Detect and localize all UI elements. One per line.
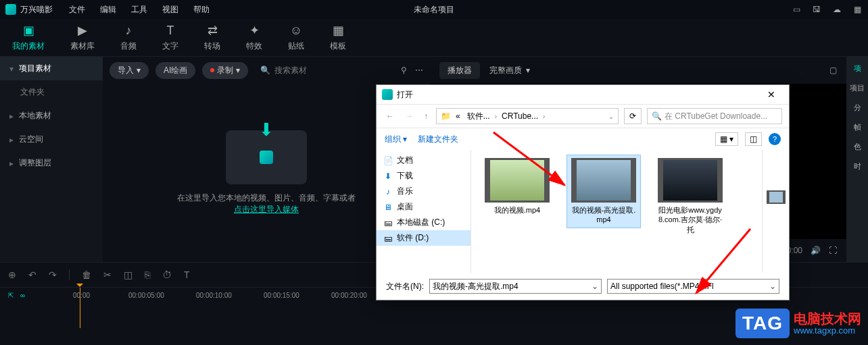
- filetype-filter[interactable]: All supported files(*.MP4;*.Fl ⌄: [607, 279, 779, 294]
- tick: 00:00: [73, 292, 90, 299]
- cloud-icon[interactable]: ☁: [831, 4, 842, 15]
- crop-icon[interactable]: ◫: [124, 269, 132, 280]
- text-tool-icon[interactable]: T: [184, 269, 190, 280]
- new-folder-button[interactable]: 新建文件夹: [418, 134, 458, 145]
- dialog-search[interactable]: 🔍 在 CRTubeGet Downloade...: [647, 108, 782, 124]
- video-thumbnail: [485, 158, 550, 203]
- tree-disk-d[interactable]: 🖴软件 (D:): [377, 230, 471, 246]
- sidebar-item-project-media[interactable]: ▾项目素材: [0, 57, 103, 80]
- import-link[interactable]: 点击这里导入媒体: [234, 205, 299, 214]
- tick: 00:00:15:00: [264, 292, 299, 299]
- fullscreen-icon[interactable]: ⛶: [829, 246, 837, 255]
- sidebar-item-folder[interactable]: 文件夹: [0, 80, 103, 104]
- add-icon[interactable]: ⊕: [8, 269, 16, 280]
- sticker-icon: ☺: [290, 24, 302, 38]
- tree-downloads[interactable]: ⬇下载: [377, 168, 471, 184]
- menu-tools[interactable]: 工具: [131, 4, 147, 16]
- tree-documents[interactable]: 📄文档: [377, 153, 471, 168]
- menu-view[interactable]: 视图: [162, 4, 178, 16]
- breadcrumb[interactable]: 📁 « 软件...› CRTube...› ⌄: [436, 108, 619, 124]
- sidebar-item-adjustment[interactable]: ▸调整图层: [0, 151, 103, 175]
- search-icon: 🔍: [652, 111, 662, 121]
- tab-effects[interactable]: ✦特效: [246, 23, 262, 52]
- speed-icon[interactable]: ⏱: [162, 269, 172, 280]
- quality-select[interactable]: 完整画质▾: [489, 65, 530, 76]
- layout-icon[interactable]: ▭: [791, 4, 802, 15]
- dialog-close-button[interactable]: ✕: [759, 89, 783, 100]
- tl-link-icon[interactable]: ∞: [20, 292, 25, 299]
- titlebar: 万兴喵影 文件 编辑 工具 视图 帮助 未命名项目 ▭ 🖫 ☁ ▦: [0, 0, 868, 19]
- chevron-down-icon[interactable]: ⌄: [608, 113, 614, 120]
- search-box[interactable]: 🔍: [255, 65, 394, 75]
- rtab-2[interactable]: 分: [854, 103, 861, 113]
- search-input[interactable]: [274, 65, 389, 75]
- ai-draw-button[interactable]: AI绘画: [155, 62, 195, 79]
- rtab-5[interactable]: 时: [854, 161, 861, 171]
- chevron-down-icon[interactable]: ⌄: [769, 282, 776, 291]
- chevron-down-icon: ▾: [526, 65, 530, 75]
- module-tabs: ▣我的素材 ▶素材库 ♪音频 T文字 ⇄转场 ✦特效 ☺贴纸 ▦模板: [0, 19, 868, 57]
- file-item[interactable]: 我的视频.mp4: [481, 155, 554, 217]
- menu-edit[interactable]: 编辑: [100, 4, 116, 16]
- video-thumbnail: [658, 158, 723, 203]
- save-icon[interactable]: 🖫: [811, 4, 822, 15]
- text-icon: T: [167, 24, 174, 38]
- more-icon[interactable]: ⋯: [415, 65, 423, 75]
- filename-input[interactable]: ⌄: [429, 279, 602, 294]
- rtab-0[interactable]: 项: [854, 63, 861, 74]
- help-button[interactable]: ?: [769, 133, 781, 145]
- rtab-4[interactable]: 色: [854, 142, 861, 152]
- cut-icon[interactable]: ✂: [103, 269, 112, 280]
- sidebar-item-local-media[interactable]: ▸本地素材: [0, 104, 103, 128]
- file-item[interactable]: 我的视频-高光提取.mp4: [567, 155, 640, 228]
- rtab-1[interactable]: 项目: [850, 83, 865, 93]
- menu-help[interactable]: 帮助: [193, 4, 210, 16]
- undo-icon[interactable]: ↶: [28, 269, 37, 280]
- dialog-app-icon: [382, 89, 393, 100]
- stock-icon: ▶: [78, 23, 87, 38]
- audio-icon: ♪: [126, 24, 132, 38]
- dialog-title: 打开: [397, 89, 413, 101]
- preview-toggle-button[interactable]: ◫: [745, 132, 762, 146]
- tab-text[interactable]: T文字: [162, 24, 178, 52]
- volume-icon[interactable]: 🔊: [811, 246, 821, 255]
- nav-up-button[interactable]: ↑: [421, 110, 431, 122]
- preview-pane: [762, 150, 789, 273]
- filename-field[interactable]: [433, 282, 592, 291]
- media-toolbar: 导入▾ AI绘画 录制▾ 🔍 ⚲ ⋯: [103, 57, 430, 84]
- tree-music[interactable]: ♪音乐: [377, 184, 471, 199]
- player-tab[interactable]: 播放器: [439, 62, 480, 79]
- delete-icon[interactable]: 🗑: [82, 269, 91, 280]
- chevron-down-icon: ▾: [137, 65, 141, 75]
- tab-stickers[interactable]: ☺贴纸: [288, 24, 304, 52]
- tab-transition[interactable]: ⇄转场: [204, 23, 220, 52]
- tick: 00:00:05:00: [128, 292, 164, 299]
- tab-my-media[interactable]: ▣我的素材: [12, 23, 45, 52]
- project-title: 未命名项目: [414, 4, 454, 16]
- tree-disk-c[interactable]: 🖴本地磁盘 (C:): [377, 215, 471, 230]
- sidebar-item-cloud[interactable]: ▸云空间: [0, 128, 103, 151]
- import-dropzone[interactable]: ⬇: [226, 130, 307, 184]
- rtab-3[interactable]: 帧: [854, 122, 861, 132]
- file-item[interactable]: 阳光电影www.ygdy8.com.吉尔莫·德尔·托: [654, 155, 727, 237]
- tab-templates[interactable]: ▦模板: [330, 23, 346, 52]
- file-list: 我的视频.mp4 我的视频-高光提取.mp4 阳光电影www.ygdy8.com…: [471, 150, 762, 273]
- grid-icon[interactable]: ▦: [852, 4, 863, 15]
- tl-export-icon[interactable]: ⇱: [8, 292, 14, 299]
- redo-icon[interactable]: ↷: [49, 269, 57, 280]
- copy-icon[interactable]: ⎘: [145, 269, 150, 280]
- tree-desktop[interactable]: 🖥桌面: [377, 199, 471, 215]
- tab-stock[interactable]: ▶素材库: [70, 23, 95, 52]
- snapshot-icon[interactable]: ▢: [829, 65, 837, 75]
- nav-forward-button[interactable]: →: [402, 110, 416, 122]
- nav-back-button[interactable]: ←: [383, 110, 397, 122]
- chevron-down-icon[interactable]: ⌄: [592, 282, 598, 291]
- tab-audio[interactable]: ♪音频: [120, 24, 137, 52]
- import-button[interactable]: 导入▾: [110, 62, 149, 79]
- filter-icon[interactable]: ⚲: [401, 65, 407, 75]
- view-mode-button[interactable]: ▦ ▾: [715, 132, 738, 146]
- record-button[interactable]: 录制▾: [202, 62, 248, 79]
- organize-button[interactable]: 组织 ▾: [385, 134, 407, 145]
- refresh-button[interactable]: ⟳: [624, 108, 642, 124]
- menu-file[interactable]: 文件: [69, 4, 85, 16]
